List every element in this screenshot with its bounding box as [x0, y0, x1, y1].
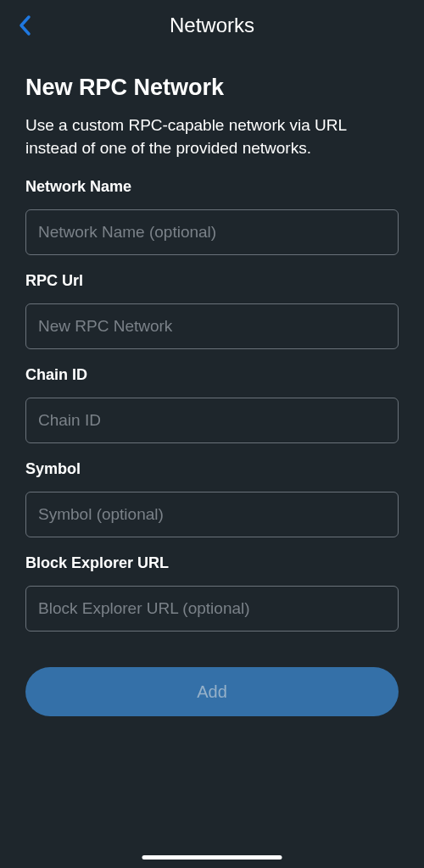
rpc-url-label: RPC Url: [25, 272, 399, 290]
chevron-left-icon: [17, 14, 32, 37]
rpc-url-input[interactable]: [25, 303, 399, 349]
block-explorer-label: Block Explorer URL: [25, 554, 399, 572]
form-group-network-name: Network Name: [25, 178, 399, 255]
home-indicator: [142, 855, 282, 860]
page-title: New RPC Network: [25, 75, 399, 101]
chain-id-label: Chain ID: [25, 366, 399, 384]
form-group-symbol: Symbol: [25, 460, 399, 537]
back-button[interactable]: [17, 14, 32, 37]
header-title: Networks: [170, 14, 254, 37]
symbol-label: Symbol: [25, 460, 399, 478]
network-name-label: Network Name: [25, 178, 399, 196]
header: Networks: [0, 0, 424, 51]
page-description: Use a custom RPC-capable network via URL…: [25, 114, 399, 159]
add-button[interactable]: Add: [25, 667, 399, 716]
form-group-chain-id: Chain ID: [25, 366, 399, 443]
form-group-rpc-url: RPC Url: [25, 272, 399, 349]
network-name-input[interactable]: [25, 209, 399, 255]
content: New RPC Network Use a custom RPC-capable…: [0, 51, 424, 716]
block-explorer-input[interactable]: [25, 586, 399, 632]
chain-id-input[interactable]: [25, 398, 399, 443]
symbol-input[interactable]: [25, 492, 399, 537]
form-group-block-explorer: Block Explorer URL: [25, 554, 399, 632]
